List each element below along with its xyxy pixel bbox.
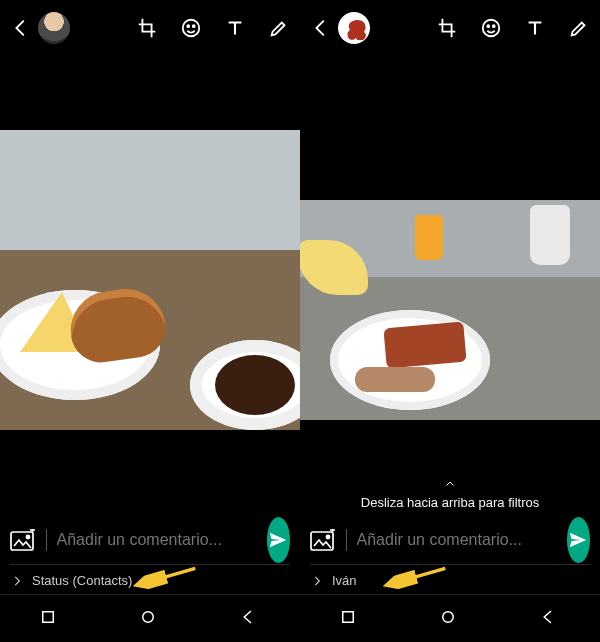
nav-home-icon[interactable] bbox=[439, 608, 461, 630]
nav-recent-icon[interactable] bbox=[339, 608, 361, 630]
chevron-right-icon bbox=[10, 574, 24, 588]
send-button[interactable] bbox=[567, 517, 590, 563]
image-preview[interactable] bbox=[0, 130, 300, 430]
svg-point-1 bbox=[187, 25, 189, 27]
svg-point-9 bbox=[487, 25, 489, 27]
svg-rect-6 bbox=[43, 611, 54, 622]
svg-point-2 bbox=[193, 25, 195, 27]
recipient-row[interactable]: Status (Contacts) bbox=[10, 564, 290, 592]
editor-top-bar bbox=[300, 0, 600, 56]
back-icon[interactable] bbox=[10, 17, 32, 39]
contact-avatar[interactable] bbox=[338, 12, 370, 44]
svg-point-0 bbox=[183, 20, 200, 37]
annotation-arrow bbox=[120, 558, 210, 596]
svg-point-15 bbox=[443, 611, 454, 622]
nav-back-icon[interactable] bbox=[239, 608, 261, 630]
svg-point-7 bbox=[143, 611, 154, 622]
emoji-sticker-icon[interactable] bbox=[480, 17, 502, 39]
chevron-right-icon bbox=[310, 574, 324, 588]
crop-rotate-icon[interactable] bbox=[436, 17, 458, 39]
draw-tool-icon[interactable] bbox=[568, 17, 590, 39]
crop-rotate-icon[interactable] bbox=[136, 17, 158, 39]
filter-hint: Desliza hacia arriba para filtros bbox=[300, 478, 600, 510]
android-nav-bar bbox=[300, 594, 600, 642]
text-tool-icon[interactable] bbox=[224, 17, 246, 39]
svg-point-10 bbox=[493, 25, 495, 27]
text-tool-icon[interactable] bbox=[524, 17, 546, 39]
caption-input[interactable] bbox=[357, 531, 557, 549]
add-media-icon[interactable] bbox=[10, 529, 36, 551]
input-divider bbox=[346, 529, 347, 551]
svg-line-5 bbox=[139, 568, 195, 584]
recipient-label: Iván bbox=[332, 573, 357, 588]
contact-avatar[interactable] bbox=[38, 12, 70, 44]
image-preview[interactable] bbox=[300, 200, 600, 420]
recipient-label: Status (Contacts) bbox=[32, 573, 132, 588]
send-button[interactable] bbox=[267, 517, 290, 563]
back-icon[interactable] bbox=[310, 17, 332, 39]
chevron-up-icon bbox=[300, 478, 600, 493]
editor-tools bbox=[136, 17, 290, 39]
svg-point-4 bbox=[26, 535, 29, 538]
svg-point-8 bbox=[483, 20, 500, 37]
nav-back-icon[interactable] bbox=[539, 608, 561, 630]
input-divider bbox=[46, 529, 47, 551]
editor-bottom-bar: Status (Contacts) bbox=[0, 516, 300, 594]
editor-top-bar bbox=[0, 0, 300, 56]
screenshot-left: Status (Contacts) bbox=[0, 0, 300, 642]
annotation-arrow bbox=[370, 558, 460, 596]
draw-tool-icon[interactable] bbox=[268, 17, 290, 39]
recipient-row[interactable]: Iván bbox=[310, 564, 590, 592]
svg-rect-14 bbox=[343, 611, 354, 622]
screenshot-right: Desliza hacia arriba para filtros Iván bbox=[300, 0, 600, 642]
android-nav-bar bbox=[0, 594, 300, 642]
emoji-sticker-icon[interactable] bbox=[180, 17, 202, 39]
editor-bottom-bar: Iván bbox=[300, 516, 600, 594]
nav-home-icon[interactable] bbox=[139, 608, 161, 630]
add-media-icon[interactable] bbox=[310, 529, 336, 551]
editor-tools bbox=[436, 17, 590, 39]
nav-recent-icon[interactable] bbox=[39, 608, 61, 630]
svg-line-13 bbox=[389, 568, 445, 584]
svg-point-12 bbox=[326, 535, 329, 538]
filter-hint-label: Desliza hacia arriba para filtros bbox=[361, 495, 539, 510]
caption-input[interactable] bbox=[57, 531, 257, 549]
